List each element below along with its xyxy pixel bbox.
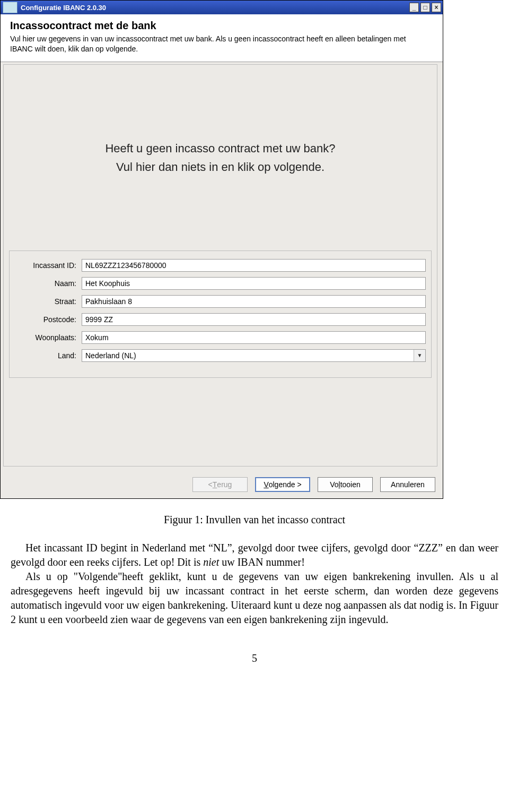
page-number: 5 — [11, 651, 498, 666]
hint-text: Heeft u geen incasso contract met uw ban… — [4, 65, 437, 250]
chevron-down-icon: ▼ — [414, 350, 425, 361]
client-area: Incassocontract met de bank Vul hier uw … — [1, 14, 443, 498]
wizard-subtitle: Vul hier uw gegevens in van uw incassoco… — [10, 34, 424, 54]
wizard-header: Incassocontract met de bank Vul hier uw … — [1, 14, 443, 62]
label-postcode: Postcode: — [15, 315, 82, 324]
finish-button[interactable]: Voltooien — [318, 477, 373, 492]
window-title: Configuratie IBANC 2.0.30 — [21, 4, 409, 12]
minimize-button[interactable]: _ — [409, 3, 419, 12]
input-postcode[interactable] — [82, 313, 426, 326]
back-button[interactable]: < Terug — [192, 477, 248, 492]
figure-caption: Figuur 1: Invullen van het incasso contr… — [11, 513, 498, 527]
app-icon — [3, 2, 17, 13]
select-land[interactable]: Nederland (NL) ▼ — [82, 349, 426, 362]
paragraph-1: Het incassant ID begint in Nederland met… — [11, 541, 498, 569]
input-naam[interactable] — [82, 277, 426, 290]
hint-line-2: Vul hier dan niets in en klik op volgend… — [116, 158, 324, 176]
wizard-buttons: < Terug Volgende > Voltooien Annuleren — [1, 472, 443, 498]
input-straat[interactable] — [82, 295, 426, 308]
row-woonplaats: Woonplaats: — [15, 329, 426, 347]
next-button[interactable]: Volgende > — [255, 477, 310, 492]
wizard-title: Incassocontract met de bank — [10, 20, 433, 32]
window-controls: _ □ × — [409, 3, 443, 12]
titlebar[interactable]: Configuratie IBANC 2.0.30 _ □ × — [1, 1, 443, 14]
row-land: Land: Nederland (NL) ▼ — [15, 347, 426, 365]
form-group: Incassant ID: Naam: Straat: Postcode: — [9, 250, 432, 378]
app-window: Configuratie IBANC 2.0.30 _ □ × Incassoc… — [0, 0, 443, 499]
select-land-value: Nederland (NL) — [82, 351, 414, 360]
content-panel: Heeft u geen incasso contract met uw ban… — [3, 64, 437, 467]
input-incassant-id[interactable] — [82, 259, 426, 272]
label-land: Land: — [15, 351, 82, 360]
document-body: Figuur 1: Invullen van het incasso contr… — [11, 513, 498, 687]
cancel-button[interactable]: Annuleren — [380, 477, 435, 492]
hint-line-1: Heeft u geen incasso contract met uw ban… — [105, 139, 335, 158]
label-woonplaats: Woonplaats: — [15, 333, 82, 342]
maximize-button[interactable]: □ — [420, 3, 430, 12]
label-incassant-id: Incassant ID: — [15, 261, 82, 270]
wizard-body: Heeft u geen incasso contract met uw ban… — [1, 62, 443, 472]
row-straat: Straat: — [15, 292, 426, 310]
label-straat: Straat: — [15, 297, 82, 306]
close-button[interactable]: × — [432, 3, 441, 12]
row-incassant-id: Incassant ID: — [15, 256, 426, 274]
paragraph-2: Als u op "Volgende"heeft geklikt, kunt u… — [11, 569, 498, 627]
row-naam: Naam: — [15, 274, 426, 292]
input-woonplaats[interactable] — [82, 331, 426, 344]
row-postcode: Postcode: — [15, 310, 426, 329]
label-naam: Naam: — [15, 279, 82, 288]
